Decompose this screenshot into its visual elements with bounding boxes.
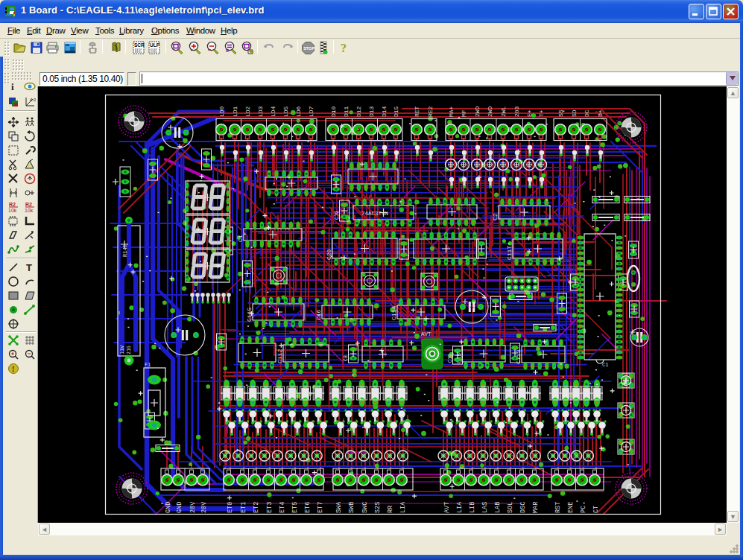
svg-text:T+: T+	[538, 109, 545, 117]
svg-text:LIA: LIA	[399, 501, 407, 513]
svg-text:21G: 21G	[127, 346, 132, 354]
svg-text:D13: D13	[368, 106, 375, 117]
svg-text:2WD: 2WD	[474, 106, 481, 117]
svg-text:D11: D11	[343, 106, 350, 117]
svg-text:ET0: ET0	[227, 502, 234, 513]
svg-text:C11T: C11T	[506, 246, 513, 260]
svg-text:ET6: ET6	[304, 502, 312, 513]
svg-text:C1: C1	[602, 362, 608, 368]
svg-text:D+: D+	[597, 109, 604, 117]
svg-text:LD7: LD7	[308, 106, 314, 117]
svg-text:LAS: LAS	[481, 502, 489, 513]
svg-text:MAR: MAR	[532, 502, 540, 513]
svg-text:C1: C1	[237, 235, 244, 242]
svg-text:C112: C112	[276, 349, 283, 363]
svg-text:RR: RR	[387, 506, 394, 513]
svg-text:ET7: ET7	[317, 502, 324, 513]
svg-text:D14: D14	[381, 106, 388, 117]
svg-text:DSC: DSC	[519, 502, 527, 513]
svg-text:C8: C8	[344, 355, 349, 361]
svg-text:ET4: ET4	[279, 502, 286, 513]
svg-text:CT: CT	[592, 506, 600, 513]
svg-text:LAB: LAB	[494, 502, 502, 513]
svg-text:ENE: ENE	[567, 502, 575, 513]
svg-text:20V: 20V	[200, 501, 208, 513]
svg-text:SWA: SWA	[335, 501, 343, 513]
svg-text:LIA: LIA	[456, 501, 464, 513]
svg-text:C19: C19	[335, 211, 340, 220]
svg-text:AVT: AVT	[421, 331, 431, 337]
svg-text:C2: C2	[492, 213, 499, 220]
svg-text:ET5: ET5	[291, 502, 299, 513]
svg-text:LD1: LD1	[232, 106, 238, 117]
svg-text:RST: RST	[554, 502, 562, 513]
svg-text:S2S: S2S	[374, 502, 382, 513]
svg-text:C19: C19	[448, 354, 453, 363]
svg-text:LIB: LIB	[469, 502, 476, 513]
svg-text:GND: GND	[176, 502, 183, 513]
svg-text:203: 203	[513, 106, 520, 117]
svg-text:74AC3T4N: 74AC3T4N	[361, 211, 388, 217]
svg-text:LD0: LD0	[218, 106, 225, 117]
svg-text:AVT: AVT	[443, 502, 451, 513]
svg-text:10k: 10k	[25, 208, 34, 213]
svg-text:C20: C20	[326, 249, 332, 260]
svg-text:E+: E+	[526, 109, 533, 117]
svg-text:SCR: SCR	[134, 42, 145, 48]
svg-text:R2: R2	[9, 202, 16, 207]
svg-text:MA+: MA+	[448, 106, 455, 117]
svg-text:LD4: LD4	[270, 106, 276, 117]
svg-text:RET: RET	[414, 106, 420, 117]
svg-text:T: T	[26, 262, 32, 273]
svg-text:ULP: ULP	[150, 42, 160, 48]
svg-text:SWB: SWB	[348, 502, 355, 513]
svg-text:SD: SD	[571, 109, 578, 117]
svg-text:R2: R2	[25, 202, 32, 207]
svg-text:D15: D15	[393, 106, 399, 117]
svg-text:RE2: RE2	[427, 106, 434, 117]
svg-text:LD3: LD3	[257, 106, 264, 117]
svg-text:LD5: LD5	[282, 106, 289, 117]
svg-text:D12: D12	[355, 106, 362, 117]
svg-text:ET3: ET3	[266, 502, 274, 513]
svg-text:11W: 11W	[120, 346, 125, 354]
svg-text:10k: 10k	[8, 208, 17, 213]
svg-text:?: ?	[341, 42, 347, 54]
svg-text:2WD: 2WD	[487, 106, 493, 117]
svg-text:F1: F1	[145, 362, 151, 368]
svg-text:D10: D10	[330, 106, 337, 117]
svg-text:LD2: LD2	[244, 106, 251, 117]
svg-text:SOL: SOL	[507, 502, 514, 513]
svg-text:ET1: ET1	[240, 502, 247, 513]
svg-text:SWC: SWC	[361, 502, 369, 513]
svg-text:i: i	[11, 81, 14, 92]
svg-text:GND: GND	[165, 502, 172, 513]
svg-text:LD6: LD6	[295, 106, 302, 117]
svg-text:PC: PC	[580, 506, 587, 513]
svg-text:ET2: ET2	[253, 502, 260, 513]
svg-text:4.0: 4.0	[30, 98, 36, 102]
svg-text:MF: MF	[461, 109, 467, 117]
svg-text:SS: SS	[557, 109, 564, 117]
svg-text:STOP: STOP	[303, 46, 314, 51]
svg-text:2WL: 2WL	[500, 106, 507, 117]
svg-text:C16: C16	[315, 309, 322, 320]
svg-text:DC: DC	[584, 109, 590, 117]
svg-text:R140: R140	[122, 244, 128, 257]
svg-text:C114: C114	[391, 306, 397, 320]
svg-text:20V: 20V	[189, 501, 197, 513]
svg-text:!: !	[12, 365, 14, 373]
